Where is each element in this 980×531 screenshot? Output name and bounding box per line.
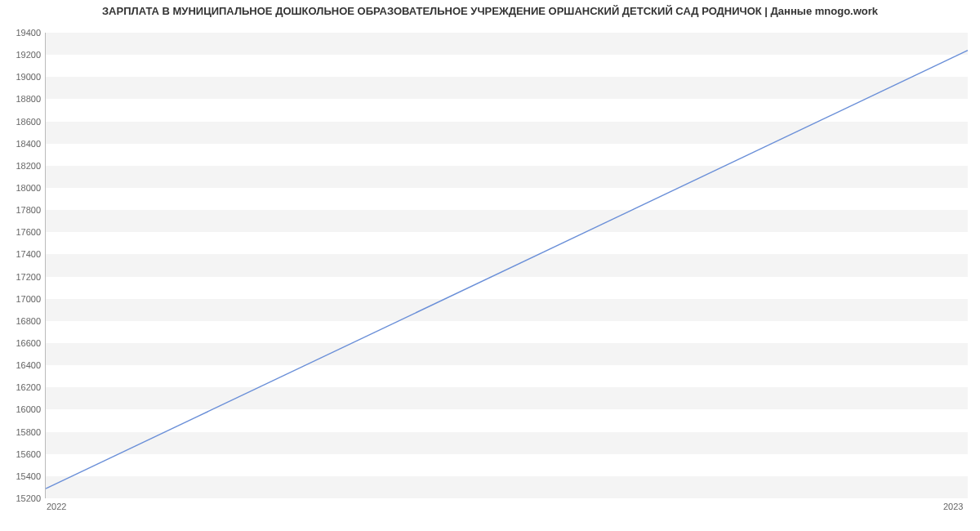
series-line <box>46 51 968 489</box>
x-tick-label: 2022 <box>47 502 66 511</box>
y-tick-label: 18200 <box>4 161 41 171</box>
plot-area <box>45 33 968 498</box>
y-tick-label: 17400 <box>4 249 41 259</box>
y-tick-label: 19400 <box>4 28 41 38</box>
line-series <box>46 33 968 498</box>
y-tick-label: 19000 <box>4 72 41 82</box>
y-tick-label: 17200 <box>4 272 41 282</box>
chart-title: ЗАРПЛАТА В МУНИЦИПАЛЬНОЕ ДОШКОЛЬНОЕ ОБРА… <box>0 5 980 17</box>
y-tick-label: 19200 <box>4 50 41 60</box>
y-tick-label: 15600 <box>4 449 41 459</box>
y-tick-label: 17000 <box>4 294 41 304</box>
y-tick-label: 18400 <box>4 139 41 149</box>
salary-chart: ЗАРПЛАТА В МУНИЦИПАЛЬНОЕ ДОШКОЛЬНОЕ ОБРА… <box>0 0 980 531</box>
y-tick-label: 18000 <box>4 183 41 193</box>
y-tick-label: 16000 <box>4 404 41 414</box>
y-tick-label: 17600 <box>4 227 41 237</box>
x-tick-label: 2023 <box>943 502 963 511</box>
y-tick-label: 15400 <box>4 471 41 481</box>
y-tick-label: 16200 <box>4 382 41 392</box>
y-tick-label: 15800 <box>4 427 41 437</box>
y-tick-label: 16800 <box>4 316 41 326</box>
y-tick-label: 18800 <box>4 94 41 104</box>
y-tick-label: 15200 <box>4 493 41 503</box>
y-tick-label: 17800 <box>4 205 41 215</box>
y-tick-label: 16400 <box>4 360 41 370</box>
y-tick-label: 16600 <box>4 338 41 348</box>
y-tick-label: 18600 <box>4 117 41 127</box>
